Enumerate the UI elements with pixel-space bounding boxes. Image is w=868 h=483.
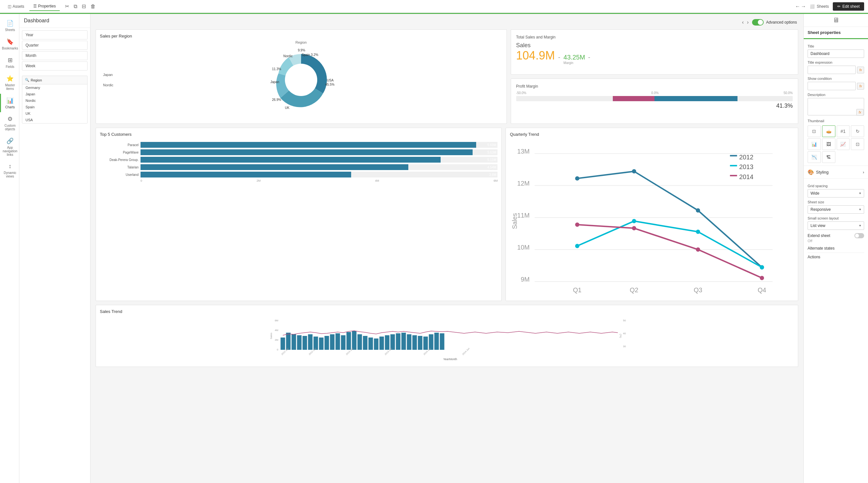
sales-value: 104.9M: [516, 49, 555, 62]
content-header: ‹ › Advanced options: [96, 19, 798, 26]
sidebar-item-master-label: Master items: [2, 83, 18, 90]
cut-button[interactable]: ✂: [64, 2, 70, 11]
sidebar-item-bookmarks[interactable]: 🔖 Bookmarks: [0, 35, 19, 53]
sidebar-item-app-nav[interactable]: 🔗 App navigation links: [0, 134, 19, 160]
sales-trend-title: Sales Trend: [100, 309, 794, 314]
thumb-hash[interactable]: #1: [837, 125, 850, 137]
sales-trend-card: Sales Trend 6M 4M 2M 0 50 40 30 Sales (%…: [96, 305, 798, 367]
list-item[interactable]: Nordic: [22, 97, 87, 104]
region-left-labels: Japan Nordic: [103, 73, 114, 87]
copy-button[interactable]: ⧉: [72, 2, 79, 11]
sidebar-item-master-items[interactable]: ⭐ Master items: [0, 72, 19, 94]
bar-track: 5.11M: [141, 157, 497, 163]
svg-rect-75: [402, 333, 406, 350]
advanced-toggle-switch[interactable]: [752, 19, 764, 26]
description-textarea[interactable]: [808, 98, 864, 115]
list-item[interactable]: Spain: [22, 104, 87, 110]
thumb-image[interactable]: 🖼: [822, 138, 835, 150]
list-item[interactable]: UK: [22, 110, 87, 117]
thumb-pie[interactable]: 🥧: [822, 125, 835, 137]
delete-button[interactable]: 🗑: [89, 2, 97, 11]
bar-value: 3.6M: [489, 173, 496, 176]
charts-nav-icon: 📊: [6, 97, 13, 104]
svg-text:45.5%: 45.5%: [325, 83, 334, 86]
svg-rect-54: [286, 333, 291, 350]
list-item[interactable]: Germany: [22, 84, 87, 91]
thumb-layout2[interactable]: ⊡: [851, 138, 864, 150]
show-condition-fx[interactable]: fx: [857, 83, 864, 90]
grid-spacing-select[interactable]: Wide Medium Narrow: [808, 189, 864, 198]
filter-quarter[interactable]: Quarter: [22, 41, 88, 50]
small-screen-label: Small screen layout: [808, 216, 864, 220]
sidebar-item-dynamic-views[interactable]: ↕ Dynamic views: [0, 160, 19, 181]
sidebar-item-charts-label: Charts: [5, 105, 14, 109]
styling-left: 🎨 Styling: [808, 169, 829, 175]
sidebar-item-charts[interactable]: 📊 Charts: [0, 94, 19, 112]
actions-row: Actions: [808, 255, 864, 259]
redo-button[interactable]: →: [801, 4, 806, 9]
quarterly-trend-card: Quarterly Trend 13M 12M 11M 10M 9M Sales: [505, 128, 798, 301]
extend-sheet-label: Extend sheet: [808, 233, 830, 238]
description-fx[interactable]: fx: [856, 109, 864, 116]
bar-label: Userland: [100, 173, 138, 176]
title-expression-row: fx: [808, 66, 864, 74]
bar-row: Deak-Perera Group. 5.11M: [100, 157, 497, 163]
top5-title: Top 5 Customers: [100, 132, 497, 137]
sales-per-region-card: Sales per Region Region: [96, 29, 507, 124]
thumb-custom[interactable]: 🏗: [822, 151, 835, 163]
styling-header[interactable]: 🎨 Styling ›: [804, 166, 868, 178]
title-input[interactable]: [808, 50, 864, 58]
filter-month[interactable]: Month: [22, 51, 88, 60]
bar-label: PageWave: [100, 151, 138, 154]
grid-spacing-label: Grid spacing: [808, 184, 864, 188]
thumb-layout[interactable]: ⊡: [808, 125, 821, 137]
page-title: Dashboard: [20, 14, 90, 28]
sheet-size-label: Sheet size: [808, 200, 864, 204]
sidebar-item-custom-objects[interactable]: ⚙ Custom objects: [0, 112, 19, 134]
advanced-options-toggle[interactable]: Advanced options: [752, 19, 797, 26]
extend-sheet-toggle[interactable]: [855, 233, 864, 238]
thumb-bar[interactable]: 📊: [808, 138, 821, 150]
title-expression-fx[interactable]: fx: [857, 66, 864, 74]
list-item[interactable]: Japan: [22, 91, 87, 97]
thumb-stacked[interactable]: 📉: [808, 151, 821, 163]
extend-sheet-value: Off: [808, 239, 864, 243]
svg-text:Q4: Q4: [758, 286, 766, 293]
sales-trend-svg: 6M 4M 2M 0 50 40 30 Sales (%): [100, 316, 794, 362]
sheet-size-select[interactable]: Responsive Fixed: [808, 205, 864, 214]
edit-sheet-button[interactable]: ✏ Edit sheet: [833, 2, 864, 11]
bar-fill: [141, 149, 473, 155]
sidebar-item-sheets[interactable]: 📄 Sheets: [0, 17, 19, 35]
filter-year[interactable]: Year: [22, 30, 88, 39]
margin-separator: -: [588, 54, 590, 61]
show-condition-input[interactable]: [808, 82, 856, 90]
svg-rect-72: [385, 335, 390, 350]
prev-page-button[interactable]: ‹: [742, 20, 744, 25]
donut-svg: Region: [253, 38, 349, 122]
small-screen-select[interactable]: List view Grid view: [808, 222, 864, 230]
sidebar-item-fields[interactable]: ⊞ Fields: [0, 53, 19, 72]
thumb-line[interactable]: 📈: [837, 138, 850, 150]
edit-icon: ✏: [837, 4, 841, 9]
gauge-min: -50.0%: [516, 91, 527, 95]
sheets-button[interactable]: ⬜ Sheets: [810, 4, 829, 9]
list-item[interactable]: USA: [22, 117, 87, 123]
svg-point-31: [632, 219, 637, 223]
show-condition-label: Show condition: [808, 77, 864, 81]
extend-sheet-row: Extend sheet Off: [808, 233, 864, 243]
sidebar-item-dynamic-label: Dynamic views: [2, 171, 18, 178]
thumb-refresh[interactable]: ↻: [851, 125, 864, 137]
svg-text:UK: UK: [285, 106, 289, 110]
svg-text:Sales: Sales: [511, 213, 518, 229]
title-expression-input[interactable]: [808, 66, 856, 74]
next-page-button[interactable]: ›: [747, 20, 748, 25]
quarterly-svg: 13M 12M 11M 10M 9M Sales: [510, 139, 794, 296]
assets-tab[interactable]: ◫ Assets: [4, 2, 28, 11]
undo-button[interactable]: ←: [795, 4, 800, 9]
paste-button[interactable]: ⊟: [81, 2, 87, 11]
filter-week[interactable]: Week: [22, 61, 88, 70]
properties-tab[interactable]: ☰ Properties: [29, 2, 60, 11]
total-sales-card: Total Sales and Margin Sales 104.9M - 43…: [511, 29, 798, 75]
region-listbox: 🔍 Region Germany Japan Nordic Spain UK U…: [22, 76, 88, 123]
top5-card: Top 5 Customers Paracel 5.69M PageWave: [96, 128, 502, 301]
